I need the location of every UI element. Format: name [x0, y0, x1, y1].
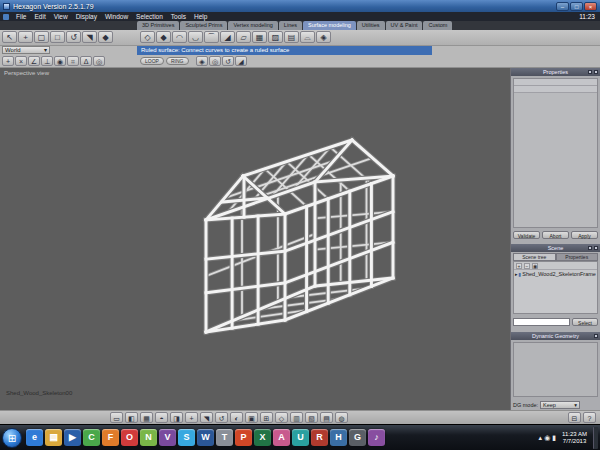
view-tool-10[interactable]: ⊞ [260, 412, 273, 423]
view-tool-6[interactable]: ◥ [200, 412, 213, 423]
tab-0[interactable]: 3D Primitives [137, 21, 179, 30]
maximize-button[interactable]: □ [570, 2, 583, 11]
tab-7[interactable]: Custom [423, 21, 452, 30]
menu-5[interactable]: Selection [132, 12, 167, 21]
view-tool-1[interactable]: ◧ [125, 412, 138, 423]
select-tool-5[interactable]: ◥ [82, 31, 97, 43]
view-option-0[interactable]: ⊟ [568, 412, 581, 423]
view-tool-7[interactable]: ↺ [215, 412, 228, 423]
view-tool-2[interactable]: ▦ [140, 412, 153, 423]
select-tool-6[interactable]: ◆ [98, 31, 113, 43]
select-button[interactable]: Select [572, 318, 598, 326]
view-tool-3[interactable]: ◓ [155, 412, 168, 423]
taskbar-icon-utility-1[interactable]: U [292, 429, 309, 446]
panel-collapse-icon[interactable] [594, 334, 598, 338]
surface-tool-0[interactable]: ◇ [140, 31, 155, 43]
taskbar-icon-video-app[interactable]: V [159, 429, 176, 446]
surface-tool-4[interactable]: ⌒ [204, 31, 219, 43]
tray-icon-0[interactable]: ▴ [539, 434, 543, 442]
taskbar-icon-paint-app[interactable]: A [273, 429, 290, 446]
view-tool-12[interactable]: ▥ [290, 412, 303, 423]
select-input[interactable] [513, 318, 570, 326]
menu-1[interactable]: Edit [30, 12, 49, 21]
show-desktop-button[interactable] [593, 427, 598, 449]
panel-close-icon[interactable] [594, 70, 598, 74]
helper-tool-3[interactable]: ◢ [235, 56, 247, 66]
scene-tool-0[interactable]: + [516, 263, 522, 269]
tab-6[interactable]: UV & Paint [386, 21, 423, 30]
start-button[interactable]: ⊞ [2, 428, 22, 448]
surface-tool-5[interactable]: ◢ [220, 31, 235, 43]
view-tool-15[interactable]: ◍ [335, 412, 348, 423]
surface-tool-2[interactable]: ◠ [172, 31, 187, 43]
taskbar-icon-firefox[interactable]: F [102, 429, 119, 446]
select-tool-3[interactable]: □ [50, 31, 65, 43]
taskbar-icon-hexagon[interactable]: H [330, 429, 347, 446]
menu-4[interactable]: Window [101, 12, 132, 21]
tab-1[interactable]: Sculpted Prims [180, 21, 227, 30]
snap-tool-3[interactable]: ⊥ [41, 56, 53, 66]
view-tool-14[interactable]: ▤ [320, 412, 333, 423]
snap-tool-1[interactable]: × [15, 56, 27, 66]
taskbar-icon-text-editor[interactable]: T [216, 429, 233, 446]
select-tool-2[interactable]: ▢ [34, 31, 49, 43]
surface-tool-10[interactable]: ⌓ [300, 31, 315, 43]
surface-tool-7[interactable]: ▦ [252, 31, 267, 43]
taskbar-icon-opera[interactable]: O [121, 429, 138, 446]
minimize-button[interactable]: – [556, 2, 569, 11]
select-tool-0[interactable]: ↖ [2, 31, 17, 43]
menu-6[interactable]: Tools [167, 12, 190, 21]
select-tool-4[interactable]: ↺ [66, 31, 81, 43]
apply-button[interactable]: Apply [571, 231, 598, 239]
menu-3[interactable]: Display [72, 12, 101, 21]
view-tool-9[interactable]: ▣ [245, 412, 258, 423]
tree-item[interactable]: ▸ ▮ Shed_Wood2_SkeletonFrame [514, 270, 597, 278]
taskbar-icon-notepad[interactable]: N [140, 429, 157, 446]
snap-tool-4[interactable]: ◉ [54, 56, 66, 66]
taskbar-clock[interactable]: 11:23 AM 7/7/2013 [559, 431, 590, 445]
surface-tool-9[interactable]: ▤ [284, 31, 299, 43]
surface-tool-3[interactable]: ◡ [188, 31, 203, 43]
helper-tool-2[interactable]: ↺ [222, 56, 234, 66]
panel-close-icon[interactable] [594, 246, 598, 250]
select-tool-1[interactable]: + [18, 31, 33, 43]
view-tool-8[interactable]: ◐ [230, 412, 243, 423]
taskbar-icon-internet-explorer[interactable]: e [26, 429, 43, 446]
view-tool-4[interactable]: ◨ [170, 412, 183, 423]
viewport-perspective[interactable]: Perspective view Shed_Wood_Skeleton00 [0, 68, 510, 410]
taskbar-icon-skype[interactable]: S [178, 429, 195, 446]
taskbar-icon-utility-3[interactable]: G [349, 429, 366, 446]
tab-scene-tree[interactable]: Scene tree [513, 253, 556, 261]
helper-tool-1[interactable]: ◎ [209, 56, 221, 66]
taskbar-icon-word[interactable]: W [197, 429, 214, 446]
snap-tool-0[interactable]: + [2, 56, 14, 66]
tray-icon-1[interactable]: ◉ [544, 434, 550, 442]
view-tool-5[interactable]: + [185, 412, 198, 423]
menu-0[interactable]: File [12, 12, 30, 21]
taskbar-icon-media-player[interactable]: ▶ [64, 429, 81, 446]
dg-mode-dropdown[interactable]: Keep ▾ [540, 401, 580, 409]
view-tool-11[interactable]: ◇ [275, 412, 288, 423]
abort-button[interactable]: Abort [542, 231, 569, 239]
close-button[interactable]: × [584, 2, 597, 11]
snap-tool-6[interactable]: Δ [80, 56, 92, 66]
world-selector[interactable]: World ▾ [2, 46, 50, 54]
menu-7[interactable]: Help [190, 12, 211, 21]
taskbar-icon-chrome[interactable]: C [83, 429, 100, 446]
surface-tool-11[interactable]: ◈ [316, 31, 331, 43]
taskbar-icon-utility-2[interactable]: R [311, 429, 328, 446]
tab-2[interactable]: Vertex modeling [228, 21, 277, 30]
scene-tool-2[interactable]: ◉ [532, 263, 538, 269]
taskbar-icon-excel[interactable]: X [254, 429, 271, 446]
taskbar-icon-powerpoint[interactable]: P [235, 429, 252, 446]
scene-tool-1[interactable]: − [524, 263, 530, 269]
menu-2[interactable]: View [50, 12, 72, 21]
tray-icon-2[interactable]: ▮ [552, 434, 556, 442]
taskbar-icon-folder-explorer[interactable]: ▤ [45, 429, 62, 446]
panel-collapse-icon[interactable] [588, 246, 592, 250]
model-shed-frame[interactable] [0, 68, 510, 410]
snap-tool-5[interactable]: ⌗ [67, 56, 79, 66]
snap-tool-7[interactable]: ◎ [93, 56, 105, 66]
panel-collapse-icon[interactable] [588, 70, 592, 74]
helper-tool-0[interactable]: ◈ [196, 56, 208, 66]
